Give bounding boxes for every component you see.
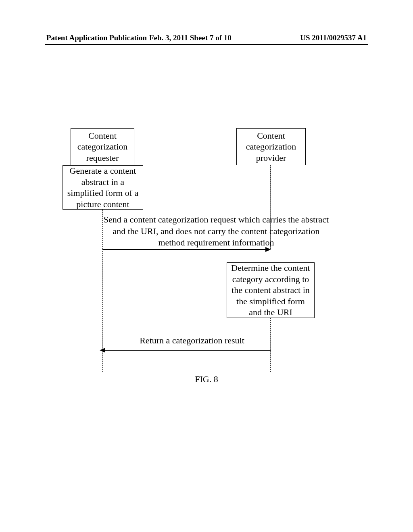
entity-requester-label: Content categorization requester: [73, 130, 131, 164]
arrow-send-request: [103, 249, 268, 250]
header-divider: [45, 44, 368, 45]
step-generate-abstract: Generate a content abstract in a simplif…: [63, 165, 143, 210]
entity-provider-label: Content categorization provider: [239, 130, 303, 164]
message-return-result: Return a categorization result: [103, 335, 281, 347]
step-generate-abstract-text: Generate a content abstract in a simplif…: [65, 165, 140, 210]
step-determine-category: Determine the content category according…: [227, 262, 315, 318]
arrowhead-return-result: [100, 348, 105, 353]
page-header: Patent Application Publication Feb. 3, 2…: [0, 33, 413, 42]
entity-provider: Content categorization provider: [236, 128, 306, 165]
header-pub-number: US 2011/0029537 A1: [300, 33, 367, 42]
header-date-sheet: Feb. 3, 2011 Sheet 7 of 10: [149, 33, 232, 42]
step-determine-category-text: Determine the content category according…: [229, 262, 312, 318]
arrowhead-send-request: [265, 247, 271, 252]
entity-requester: Content categorization requester: [71, 128, 134, 165]
message-send-request: Send a content categorization request wh…: [103, 214, 329, 249]
figure-label: FIG. 8: [0, 374, 413, 384]
header-publication: Patent Application Publication: [46, 33, 147, 42]
arrow-return-result: [104, 350, 271, 351]
lifeline-requester-2: [102, 249, 103, 372]
lifeline-requester-1: [102, 210, 103, 249]
